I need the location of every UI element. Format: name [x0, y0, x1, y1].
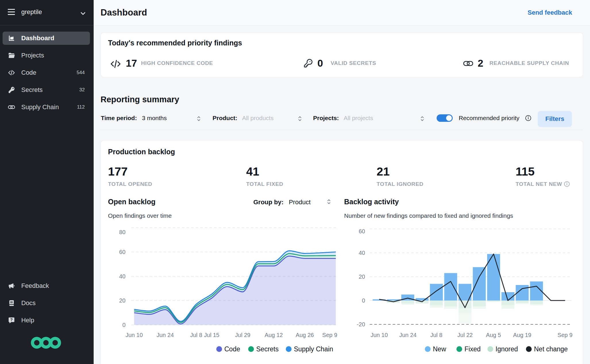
svg-text:Jul 8: Jul 8 — [430, 332, 442, 338]
svg-text:Sep 9: Sep 9 — [558, 332, 572, 338]
svg-text:0: 0 — [122, 322, 126, 328]
svg-text:20: 20 — [359, 274, 365, 280]
svg-text:Jul 22: Jul 22 — [457, 332, 473, 338]
svg-text:New: New — [433, 345, 446, 353]
svg-text:Jun 24: Jun 24 — [157, 332, 174, 338]
svg-text:Fixed: Fixed — [464, 345, 481, 353]
svg-text:?: ? — [10, 317, 13, 322]
svg-text:60: 60 — [119, 249, 126, 255]
svg-text:Sep 9: Sep 9 — [322, 332, 337, 338]
svg-text:80: 80 — [119, 229, 126, 235]
svg-text:Jul 29: Jul 29 — [235, 332, 250, 338]
svg-text:Supply Chain: Supply Chain — [294, 345, 333, 353]
svg-text:Aug 26: Aug 26 — [296, 332, 314, 338]
svg-text:Aug 5: Aug 5 — [486, 332, 501, 338]
svg-text:Code: Code — [224, 345, 240, 353]
svg-text:Aug 12: Aug 12 — [265, 332, 283, 338]
svg-text:Aug 19: Aug 19 — [513, 332, 531, 338]
svg-text:Jul 8: Jul 8 — [190, 332, 202, 338]
svg-text:-20: -20 — [357, 321, 365, 328]
svg-text:Ignored: Ignored — [495, 345, 518, 353]
svg-text:Secrets: Secrets — [256, 345, 279, 353]
svg-text:20: 20 — [119, 297, 126, 304]
svg-text:Net change: Net change — [534, 345, 568, 353]
svg-text:40: 40 — [119, 273, 126, 280]
svg-text:Jun 24: Jun 24 — [399, 332, 417, 338]
svg-text:40: 40 — [359, 250, 365, 256]
svg-text:60: 60 — [359, 228, 365, 234]
svg-text:Jun 10: Jun 10 — [371, 332, 388, 338]
svg-text:Jun 10: Jun 10 — [126, 332, 143, 338]
svg-text:0: 0 — [362, 297, 365, 304]
svg-text:Jul 15: Jul 15 — [204, 332, 219, 338]
